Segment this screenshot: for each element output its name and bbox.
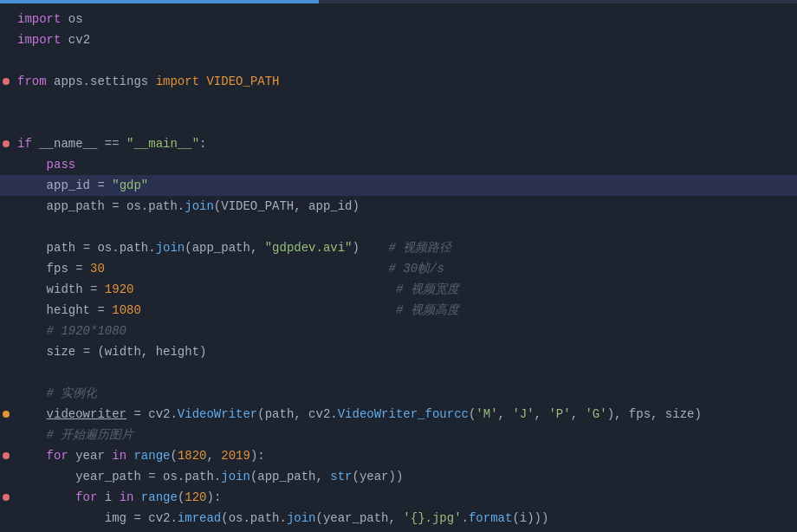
gutter-22 (0, 452, 12, 459)
line-content-6 (12, 114, 24, 133)
line-content-20: videowriter = cv2.VideoWriter(path, cv2.… (12, 405, 702, 424)
line-14: width = 1920 # 视频宽度 (0, 279, 797, 300)
line-9: app_id = "gdp" (0, 175, 797, 196)
line-4: from apps.settings import VIDEO_PATH (0, 71, 797, 92)
line-18 (0, 362, 797, 383)
line-20: videowriter = cv2.VideoWriter(path, cv2.… (0, 404, 797, 425)
line-content-1: import os (12, 10, 83, 29)
line-13: fps = 30 # 30帧/s (0, 258, 797, 279)
line-content-23: year_path = os.path.join(app_path, str(y… (12, 467, 403, 486)
line-11 (0, 217, 797, 237)
line-3 (0, 50, 797, 71)
line-15: height = 1080 # 视频高度 (0, 300, 797, 321)
line-6 (0, 113, 797, 133)
line-content-2: import cv2 (12, 30, 90, 49)
line-content-8: pass (12, 155, 75, 174)
line-22: for year in range(1820, 2019): (0, 445, 797, 466)
line-content-11 (12, 217, 24, 237)
line-17: size = (width, height) (0, 341, 797, 362)
line-content-4: from apps.settings import VIDEO_PATH (12, 72, 279, 91)
code-editor: import os import cv2 from apps.settings … (0, 0, 797, 532)
line-content-19: # 实例化 (12, 384, 97, 403)
line-10: app_path = os.path.join(VIDEO_PATH, app_… (0, 196, 797, 217)
line-5 (0, 92, 797, 113)
line-7: if __name__ == "__main__": (0, 133, 797, 154)
line-12: path = os.path.join(app_path, "gdpdev.av… (0, 237, 797, 258)
line-content-12: path = os.path.join(app_path, "gdpdev.av… (12, 238, 451, 257)
line-content-7: if __name__ == "__main__": (12, 134, 206, 153)
line-21: # 开始遍历图片 (0, 425, 797, 445)
breakpoint-22 (3, 452, 10, 459)
line-19: # 实例化 (0, 383, 797, 404)
line-1: import os (0, 9, 797, 29)
line-content-21: # 开始遍历图片 (12, 425, 133, 444)
line-content-5 (12, 93, 24, 112)
gutter-24 (0, 494, 12, 501)
line-content-24: for i in range(120): (12, 488, 221, 507)
gutter-4 (0, 78, 12, 85)
breakpoint-20 (3, 411, 10, 418)
breakpoint-4 (3, 78, 10, 85)
line-content-16: # 1920*1080 (12, 321, 126, 341)
gutter-20 (0, 411, 12, 418)
line-content-9: app_id = "gdp" (12, 176, 148, 195)
line-content-14: width = 1920 # 视频宽度 (12, 280, 459, 299)
line-25: img = cv2.imread(os.path.join(year_path,… (0, 508, 797, 529)
line-content-10: app_path = os.path.join(VIDEO_PATH, app_… (12, 197, 360, 216)
line-23: year_path = os.path.join(app_path, str(y… (0, 466, 797, 487)
line-content-22: for year in range(1820, 2019): (12, 446, 265, 465)
line-content-13: fps = 30 # 30帧/s (12, 259, 444, 278)
line-content-18 (12, 363, 24, 382)
line-content-17: size = (width, height) (12, 342, 206, 361)
code-area: import os import cv2 from apps.settings … (0, 3, 797, 532)
line-26: # 写图 (0, 529, 797, 532)
line-16: # 1920*1080 (0, 321, 797, 341)
line-8: pass (0, 154, 797, 175)
line-2: import cv2 (0, 29, 797, 50)
line-24: for i in range(120): (0, 487, 797, 508)
gutter-7 (0, 140, 12, 147)
line-content-25: img = cv2.imread(os.path.join(year_path,… (12, 509, 548, 528)
line-content-15: height = 1080 # 视频高度 (12, 301, 459, 320)
breakpoint-7 (3, 140, 10, 147)
breakpoint-24 (3, 494, 10, 501)
line-content-3 (12, 51, 24, 70)
